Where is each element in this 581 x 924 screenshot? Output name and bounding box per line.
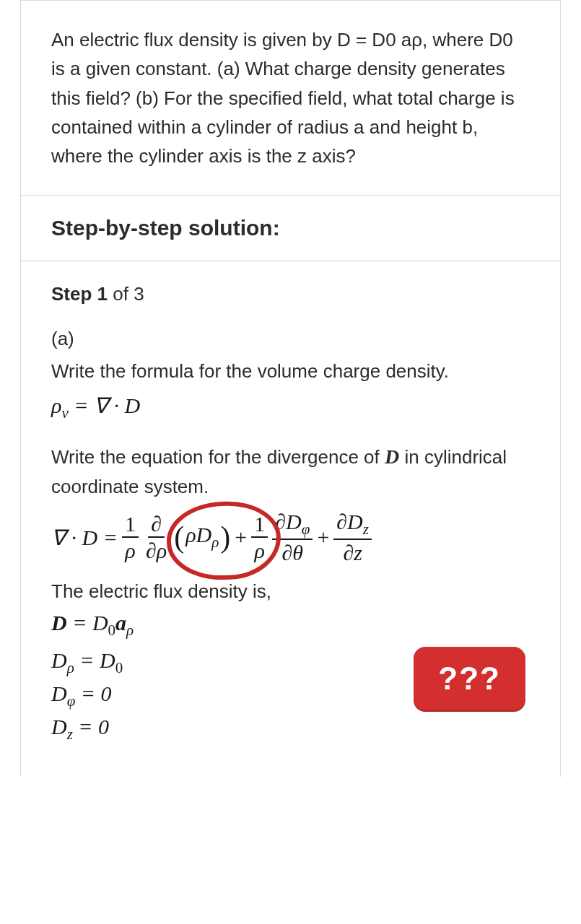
- solution-header: Step-by-step solution:: [21, 196, 560, 261]
- question-text: An electric flux density is given by D =…: [51, 25, 530, 170]
- flux-density-line: The electric flux density is,: [51, 577, 530, 606]
- frac-d-drho: ∂ ∂ρ: [143, 513, 170, 562]
- frac-one-over-rho-2: 1 ρ: [251, 513, 268, 562]
- equation-D-D0arho: D = D0aρ: [51, 611, 530, 640]
- divergence-equation: ∇ · D = 1 ρ ∂ ∂ρ ( ρDρ ) + 1 ρ: [51, 510, 530, 565]
- equation-Drho: Dρ = D0: [51, 648, 414, 677]
- frac-dDz-dz: ∂Dz ∂z: [333, 510, 372, 565]
- frac-dDphi-dtheta: ∂Dφ ∂θ: [272, 510, 313, 565]
- open-paren: (: [174, 522, 184, 552]
- step-number: Step 1: [51, 283, 108, 305]
- close-paren: ): [220, 522, 230, 552]
- equation-Dz: Dz = 0: [51, 715, 414, 744]
- question-badge[interactable]: ???: [414, 647, 525, 710]
- intro-line-1: Write the formula for the volume charge …: [51, 357, 530, 385]
- part-a-label: (a): [51, 324, 530, 353]
- intro-line-2: Write the equation for the divergence of…: [51, 441, 530, 502]
- step-label: Step 1 of 3: [51, 283, 530, 305]
- equation-Dphi: Dφ = 0: [51, 681, 414, 710]
- step-total: of 3: [108, 283, 144, 305]
- step-block: Step 1 of 3 (a) Write the formula for th…: [21, 261, 560, 776]
- equation-rho-v: ρv = ∇ · D: [51, 393, 530, 422]
- frac-one-over-rho: 1 ρ: [122, 513, 139, 562]
- question-block: An electric flux density is given by D =…: [21, 0, 560, 196]
